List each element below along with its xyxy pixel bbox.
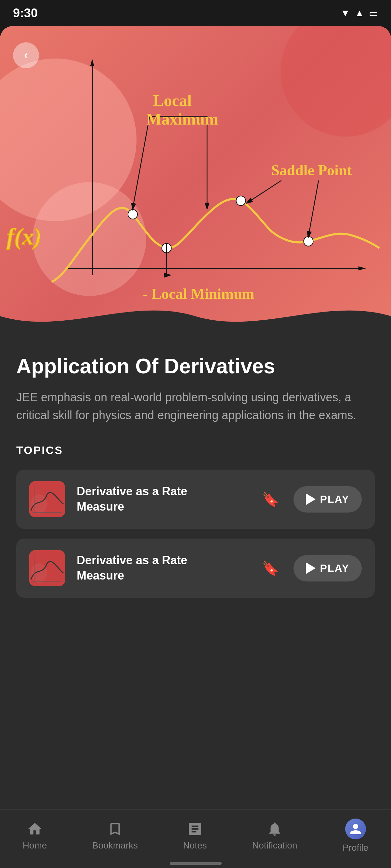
- profile-avatar: [345, 818, 366, 839]
- svg-point-10: [303, 237, 313, 246]
- status-bar: 9:30 ▼ ▲ ▭: [0, 0, 391, 26]
- thumbnail-graph-2: [29, 550, 65, 586]
- svg-text:Saddle Point: Saddle Point: [271, 162, 352, 179]
- svg-point-23: [31, 563, 47, 583]
- bookmark-icon-1: 🔖: [262, 491, 279, 507]
- page-title: Application Of Derivatives: [16, 354, 375, 378]
- topic-info-1: Derivative as a RateMeasure: [77, 484, 247, 515]
- thumbnail-graph-1: [29, 481, 65, 517]
- back-arrow-icon: ‹: [24, 49, 28, 62]
- nav-label-profile: Profile: [343, 843, 368, 853]
- svg-point-4: [128, 210, 137, 219]
- hero-area: ‹ f(x): [0, 26, 391, 335]
- nav-item-notes[interactable]: Notes: [183, 821, 207, 851]
- fx-label: f(x): [6, 223, 42, 250]
- play-triangle-icon-2: [306, 562, 316, 574]
- topic-name-1: Derivative as a RateMeasure: [77, 484, 247, 515]
- bookmark-button-1[interactable]: 🔖: [259, 488, 282, 510]
- play-button-2[interactable]: PLAY: [293, 555, 362, 582]
- app-container: ‹ f(x): [0, 26, 391, 868]
- nav-item-profile[interactable]: Profile: [343, 818, 368, 853]
- play-triangle-icon-1: [306, 493, 316, 505]
- play-button-1[interactable]: PLAY: [293, 486, 362, 513]
- nav-item-home[interactable]: Home: [23, 821, 47, 851]
- bottom-nav: Home Bookmarks Notes Notification Profil…: [0, 809, 391, 868]
- page-description: JEE emphasis on real-world problem-solvi…: [16, 388, 375, 425]
- nav-item-bookmarks[interactable]: Bookmarks: [92, 821, 138, 851]
- topic-card-1: Derivative as a RateMeasure 🔖 PLAY: [16, 470, 375, 529]
- status-icons: ▼ ▲ ▭: [340, 7, 378, 19]
- topic-name-2: Derivative as a RateMeasure: [77, 553, 247, 583]
- nav-label-bookmarks: Bookmarks: [92, 840, 138, 851]
- topic-card-2: Derivative as a RateMeasure 🔖 PLAY: [16, 538, 375, 598]
- status-time: 9:30: [13, 6, 38, 20]
- nav-label-notes: Notes: [183, 840, 207, 851]
- play-label-1: PLAY: [320, 493, 349, 505]
- svg-marker-3: [358, 266, 366, 270]
- svg-point-16: [236, 196, 246, 206]
- battery-icon: ▭: [369, 7, 378, 19]
- svg-line-5: [133, 117, 150, 209]
- svg-text:Local: Local: [153, 92, 192, 110]
- topic-thumbnail-1: [29, 481, 65, 517]
- svg-point-19: [31, 494, 47, 514]
- bookmark-button-2[interactable]: 🔖: [259, 557, 282, 580]
- bookmarks-icon: [107, 821, 123, 837]
- derivative-graph: Local Maximum Saddle Point - Local Minim…: [20, 52, 385, 309]
- nav-item-notification[interactable]: Notification: [252, 821, 297, 851]
- nav-label-home: Home: [23, 840, 47, 851]
- notification-icon: [266, 821, 283, 837]
- bookmark-icon-2: 🔖: [262, 560, 279, 576]
- wifi-icon: ▼: [340, 7, 350, 19]
- nav-label-notification: Notification: [252, 840, 297, 851]
- hero-wave: [0, 297, 391, 335]
- topic-thumbnail-2: [29, 550, 65, 586]
- back-button[interactable]: ‹: [13, 42, 39, 68]
- svg-text:Maximum: Maximum: [146, 110, 219, 128]
- notes-icon: [187, 821, 203, 837]
- svg-marker-1: [90, 59, 94, 66]
- bottom-indicator: [170, 862, 222, 865]
- svg-line-17: [248, 181, 282, 203]
- svg-line-11: [308, 181, 319, 237]
- graph-container: Local Maximum Saddle Point - Local Minim…: [20, 52, 385, 309]
- topics-label: TOPICS: [16, 444, 375, 457]
- content-area: Application Of Derivatives JEE emphasis …: [0, 335, 391, 598]
- signal-icon: ▲: [355, 7, 364, 19]
- play-label-2: PLAY: [320, 562, 349, 574]
- home-icon: [27, 821, 43, 837]
- topic-info-2: Derivative as a RateMeasure: [77, 553, 247, 583]
